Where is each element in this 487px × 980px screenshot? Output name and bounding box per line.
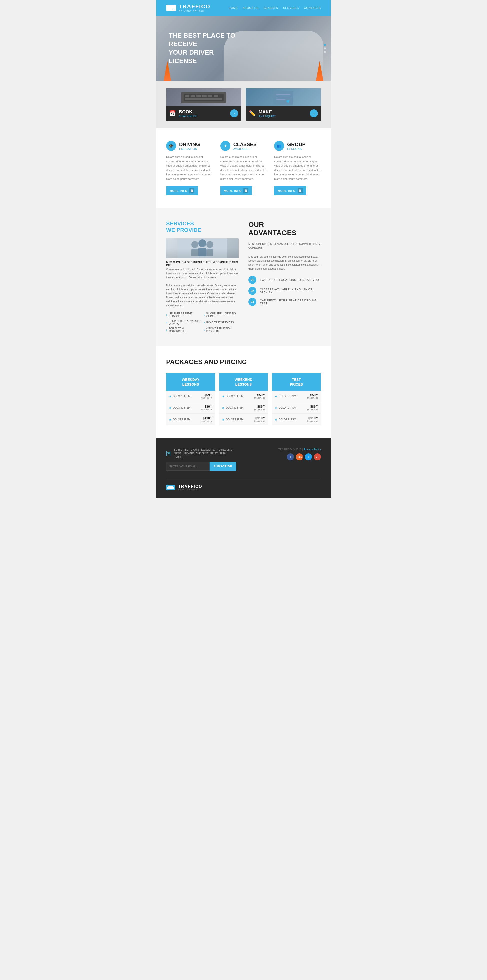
- nav-about[interactable]: ABOUT US: [243, 6, 259, 10]
- pkg-row: DOLORE IPSM $11000 $55/HOUR: [166, 414, 215, 425]
- make-info: ✏️ MAKE AN ENQUIRY: [249, 110, 276, 118]
- package-weekend-header: WEEKENDLESSONS: [219, 373, 268, 390]
- pkg-label: DOLORE IPSM: [275, 418, 296, 421]
- services-headline: MES CUML DIA SED INENIASI IPSUM COMNETUS…: [166, 261, 239, 267]
- feature-driving-text: Dolore cum dia sed la lacus el consectet…: [166, 155, 213, 181]
- pkg-row: DOLORE IPSM $5900 $59/HOUR: [166, 391, 215, 402]
- pkg-price: $11000 $55/HOUR: [201, 416, 212, 422]
- hero-text: THE BEST PLACE TO RECEIVE YOUR DRIVER LI…: [156, 32, 256, 65]
- header: TRAFFICO DRIVING SCHOOL HOME ABOUT US CL…: [156, 0, 331, 16]
- svg-rect-22: [198, 248, 206, 256]
- svg-rect-11: [213, 95, 218, 97]
- driving-more-info-button[interactable]: MORE INFO 📄: [166, 186, 198, 195]
- advantage-text-1: TWO OFFICE LOCATIONS TO SERVE YOU: [260, 278, 319, 282]
- twitter-icon[interactable]: t: [305, 453, 312, 460]
- feature-driving-header: 🎓 DRIVING EDUCATION: [166, 141, 213, 151]
- advantages-list: 01 TWO OFFICE LOCATIONS TO SERVE YOU 02 …: [248, 276, 321, 306]
- driving-icon-circle: 🎓: [166, 141, 176, 151]
- facebook-icon[interactable]: f: [287, 453, 294, 460]
- footer-brand-name: TRAFFICO: [178, 484, 202, 489]
- nav-services[interactable]: SERVICES: [283, 6, 299, 10]
- logo-car-icon: [166, 5, 176, 11]
- services-title: SERVICESWE PROVIDE: [166, 220, 239, 234]
- svg-rect-1: [173, 7, 175, 8]
- pkg-price: $11000 $55/HOUR: [307, 416, 318, 422]
- footer-newsletter: SUBSCRIBE TO OUR NEWSLETTER TO RECEIVE N…: [166, 448, 236, 471]
- advantage-text-3: CAR RENTAL FOR USE AT DPS DRIVING TEST: [260, 299, 321, 305]
- brand-sub: DRIVING SCHOOL: [178, 10, 210, 13]
- pkg-row: DOLORE IPSM $5900 $59/HOUR: [272, 391, 321, 402]
- pkg-label: DOLORE IPSM: [169, 395, 190, 398]
- hero-dot-3[interactable]: [324, 51, 326, 53]
- hero-dot-1[interactable]: [324, 44, 326, 46]
- advantage-num-1: 01: [248, 276, 256, 284]
- pkg-price: $5900 $59/HOUR: [254, 393, 265, 399]
- book-card-bottom: 📅 BOOK & PAY ONLINE ›: [166, 106, 241, 121]
- pkg-label: DOLORE IPSM: [222, 406, 243, 409]
- feature-classes: ★ CLASSES AVAILABLE Dolore cum dia sed l…: [220, 141, 267, 195]
- newsletter-icon-area: SUBSCRIBE TO OUR NEWSLETTER TO RECEIVE N…: [166, 448, 236, 459]
- feature-driving: 🎓 DRIVING EDUCATION Dolore cum dia sed l…: [166, 141, 213, 195]
- svg-rect-6: [185, 95, 189, 97]
- email-input[interactable]: [166, 462, 210, 471]
- feature-classes-header: ★ CLASSES AVAILABLE: [220, 141, 267, 151]
- feature-group-title: GROUP LESSONS: [287, 142, 306, 150]
- pkg-row: DOLORE IPSM $8600 $57/HOUR: [272, 402, 321, 414]
- book-arrow[interactable]: ›: [230, 110, 238, 118]
- privacy-link[interactable]: Privacy Policy: [304, 448, 321, 451]
- group-more-info-button[interactable]: MORE INFO 📄: [274, 186, 306, 195]
- svg-rect-26: [168, 486, 173, 488]
- service-item-6: 4 POINT REDUCTION PROGRAM: [204, 327, 239, 333]
- classes-icon-circle: ★: [220, 141, 230, 151]
- svg-rect-20: [191, 249, 198, 256]
- book-card[interactable]: 📅 BOOK & PAY ONLINE ›: [166, 88, 241, 121]
- svg-point-19: [191, 241, 198, 248]
- service-item-1: LEARNERS PERMIT SERVICES: [166, 312, 201, 318]
- book-info: 📅 BOOK & PAY ONLINE: [169, 110, 197, 118]
- footer-bottom: TRAFFICO DRIVING SCHOOL: [166, 478, 321, 491]
- googleplus-icon[interactable]: g+: [314, 453, 321, 460]
- feature-driving-title: DRIVING EDUCATION: [179, 142, 200, 150]
- service-item-2: BEGINNER OR ADVANCED DRIVING: [166, 319, 201, 326]
- hero-dots[interactable]: [324, 44, 326, 53]
- advantage-num-3: 03: [248, 298, 256, 306]
- main-nav: HOME ABOUT US CLASSES SERVICES CONTACTS: [229, 6, 321, 10]
- packages-section: PACKAGES AND PRICING WEEKDAYLESSONS DOLO…: [156, 346, 331, 438]
- service-item-5: ROAD TEST SERVICES: [204, 319, 239, 326]
- feature-group: 👥 GROUP LESSONS Dolore cum dia sed la la…: [274, 141, 321, 195]
- svg-point-23: [206, 241, 213, 248]
- advantages-title: OURADVANTAGES: [248, 220, 321, 237]
- pkg-price: $8600 $57/HOUR: [201, 404, 212, 411]
- pkg-price: $5900 $59/HOUR: [307, 393, 318, 399]
- make-card-bottom: ✏️ MAKE AN ENQUIRY ›: [246, 106, 321, 121]
- enquiry-image: [246, 88, 321, 106]
- svg-rect-24: [206, 249, 213, 256]
- make-arrow[interactable]: ›: [310, 110, 318, 118]
- service-item-3: FOR AUTO & MOTORCYCLE: [166, 327, 201, 333]
- footer-copyright: TRAFFICO © 2015 | Privacy Policy: [278, 448, 321, 451]
- make-card[interactable]: ✏️ MAKE AN ENQUIRY ›: [246, 88, 321, 121]
- envelope-icon: [166, 450, 170, 456]
- classes-more-info-button[interactable]: MORE INFO 📄: [220, 186, 252, 195]
- pkg-label: DOLORE IPSM: [169, 418, 190, 421]
- nav-contacts[interactable]: CONTACTS: [304, 6, 321, 10]
- nav-classes[interactable]: CLASSES: [264, 6, 278, 10]
- footer-brand-sub: DRIVING SCHOOL: [178, 489, 202, 491]
- advantage-num-2: 02: [248, 287, 256, 295]
- feature-classes-title: CLASSES AVAILABLE: [233, 142, 257, 150]
- services-column: SERVICESWE PROVIDE MES CUML DIA SED INEN…: [166, 220, 239, 333]
- package-test-header: TESTPRICES: [272, 373, 321, 390]
- rss-icon[interactable]: RSS: [296, 453, 303, 460]
- calendar-icon: 📅: [169, 110, 176, 117]
- footer-right: TRAFFICO © 2015 | Privacy Policy f RSS t…: [278, 448, 321, 460]
- subscribe-button[interactable]: SUBSCRIBE: [210, 462, 236, 471]
- services-description: Dolor num augue pullvinar quis nibh aone…: [166, 284, 239, 308]
- advantages-column: OURADVANTAGES MES CUML DIA SED INENIASIN…: [248, 220, 321, 333]
- services-body: Consectetur adipiscing elit. Donec, vari…: [166, 268, 239, 280]
- services-image: [166, 238, 239, 258]
- nav-home[interactable]: HOME: [229, 6, 238, 10]
- pkg-label: DOLORE IPSM: [222, 395, 243, 398]
- footer-form: SUBSCRIBE: [166, 462, 236, 471]
- pkg-row: DOLORE IPSM $8600 $57/HOUR: [166, 402, 215, 414]
- hero-dot-2[interactable]: [324, 48, 326, 49]
